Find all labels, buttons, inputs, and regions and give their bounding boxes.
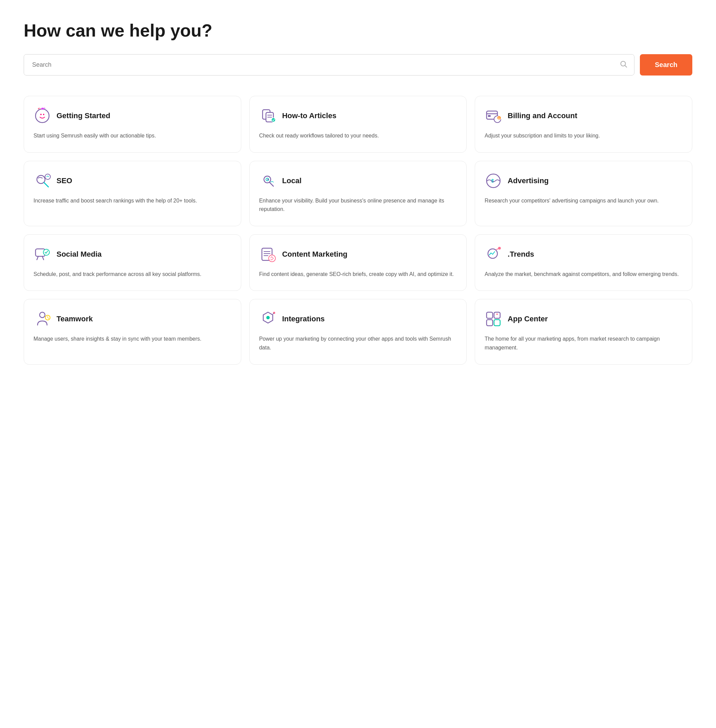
card-content-marketing[interactable]: Content Marketing Find content ideas, ge…: [249, 234, 467, 291]
svg-rect-14: [488, 115, 491, 117]
card-title: Getting Started: [56, 111, 110, 120]
card-social-media[interactable]: Social Media Schedule, post, and track p…: [24, 234, 241, 291]
cards-grid: Getting Started Start using Semrush easi…: [24, 96, 692, 365]
card-how-to-articles[interactable]: How-to Articles Check out ready workflow…: [249, 96, 467, 153]
svg-point-2: [35, 109, 49, 123]
svg-line-1: [625, 65, 626, 67]
svg-point-20: [45, 174, 50, 179]
card-header: How-to Articles: [259, 107, 457, 125]
search-icon: [620, 60, 627, 69]
card-description: Enhance your visibility. Build your busi…: [259, 196, 457, 214]
card-description: Check out ready workflows tailored to yo…: [259, 131, 457, 140]
svg-text:$: $: [498, 117, 500, 120]
card-description: Find content ideas, generate SEO-rich br…: [259, 270, 457, 279]
how-to-icon: [259, 107, 277, 125]
svg-point-4: [43, 114, 44, 115]
card-description: Power up your marketing by connecting yo…: [259, 334, 457, 352]
card-title: How-to Articles: [282, 111, 337, 120]
integrations-icon: [259, 310, 277, 328]
card-header: Integrations: [259, 310, 457, 328]
card-header: App Center: [485, 310, 683, 328]
getting-started-icon: [33, 107, 51, 125]
svg-rect-46: [494, 320, 500, 326]
card-header: $ Billing and Account: [485, 107, 683, 125]
card-app-center[interactable]: App Center The home for all your marketi…: [475, 299, 692, 364]
svg-point-33: [268, 255, 275, 262]
card-title: Content Marketing: [282, 250, 347, 259]
card-getting-started[interactable]: Getting Started Start using Semrush easi…: [24, 96, 241, 153]
svg-rect-43: [487, 312, 493, 318]
card-title: SEO: [56, 176, 72, 185]
svg-point-47: [496, 313, 498, 315]
card-header: Social Media: [33, 245, 231, 263]
card-seo[interactable]: SEO Increase traffic and boost search ra…: [24, 161, 241, 226]
search-input-wrapper: [24, 54, 634, 76]
svg-point-5: [41, 108, 43, 110]
svg-point-40: [266, 316, 270, 319]
page-title: How can we help you?: [24, 20, 692, 41]
card-teamwork[interactable]: Teamwork Manage users, share insights & …: [24, 299, 241, 364]
svg-point-24: [267, 179, 268, 180]
card-trends[interactable]: .Trends Analyze the market, benchmark ag…: [475, 234, 692, 291]
advertising-icon: $: [485, 172, 502, 190]
card-header: Teamwork: [33, 310, 231, 328]
card-local[interactable]: Local Enhance your visibility. Build you…: [249, 161, 467, 226]
trends-icon: [485, 245, 502, 263]
card-header: .Trends: [485, 245, 683, 263]
card-description: Increase traffic and boost search rankin…: [33, 196, 231, 205]
svg-point-34: [488, 249, 498, 258]
billing-icon: $: [485, 107, 502, 125]
card-description: Research your competitors' advertising c…: [485, 196, 683, 205]
svg-point-36: [498, 247, 501, 249]
search-button[interactable]: Search: [640, 54, 692, 76]
content-icon: [259, 245, 277, 263]
card-header: Content Marketing: [259, 245, 457, 263]
social-icon: [33, 245, 51, 263]
card-header: Getting Started: [33, 107, 231, 125]
app-center-icon: [485, 310, 502, 328]
card-header: Local: [259, 172, 457, 190]
card-title: Integrations: [282, 315, 325, 324]
search-row: Search: [24, 54, 692, 76]
card-description: The home for all your marketing apps, fr…: [485, 334, 683, 352]
card-advertising[interactable]: $ Advertising Research your competitors'…: [475, 161, 692, 226]
svg-point-3: [40, 114, 42, 115]
card-title: .Trends: [508, 250, 534, 259]
svg-point-11: [272, 118, 275, 122]
card-billing-account[interactable]: $ Billing and Account Adjust your subscr…: [475, 96, 692, 153]
svg-point-37: [39, 312, 45, 318]
card-description: Manage users, share insights & stay in s…: [33, 334, 231, 343]
card-integrations[interactable]: Integrations Power up your marketing by …: [249, 299, 467, 364]
card-description: Analyze the market, benchmark against co…: [485, 270, 683, 279]
card-title: Local: [282, 176, 302, 185]
svg-point-6: [38, 108, 39, 109]
svg-line-23: [269, 182, 273, 186]
card-title: App Center: [508, 315, 548, 324]
card-header: SEO: [33, 172, 231, 190]
local-icon: [259, 172, 277, 190]
card-description: Adjust your subscription and limits to y…: [485, 131, 683, 140]
seo-icon: [33, 172, 51, 190]
teamwork-icon: [33, 310, 51, 328]
card-description: Start using Semrush easily with our acti…: [33, 131, 231, 140]
card-title: Teamwork: [56, 315, 93, 324]
card-title: Advertising: [508, 176, 549, 185]
card-header: $ Advertising: [485, 172, 683, 190]
svg-rect-45: [487, 320, 493, 326]
card-description: Schedule, post, and track performance ac…: [33, 270, 231, 279]
search-input[interactable]: [24, 55, 634, 75]
card-title: Social Media: [56, 250, 102, 259]
card-title: Billing and Account: [508, 111, 577, 120]
svg-line-19: [44, 182, 49, 187]
